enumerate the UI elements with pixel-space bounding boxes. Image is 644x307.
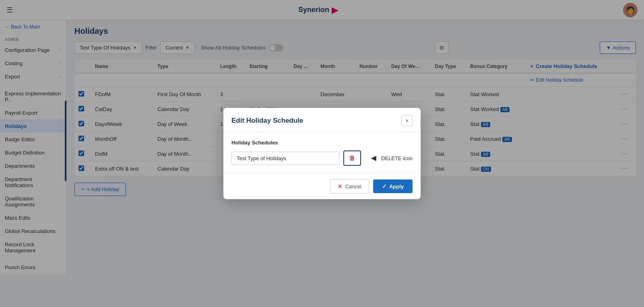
modal-close-button[interactable]: ×: [401, 115, 413, 126]
arrow-left-icon: ◄: [369, 153, 378, 163]
apply-button[interactable]: ✓ Apply: [373, 179, 413, 193]
trash-icon: 🗑: [349, 155, 355, 162]
delete-holiday-button[interactable]: 🗑: [343, 150, 361, 166]
holiday-name-input[interactable]: [231, 152, 339, 165]
check-icon: ✓: [382, 183, 387, 190]
modal-overlay: Edit Holiday Schedule × Holiday Schedule…: [0, 0, 644, 307]
edit-holiday-schedule-modal: Edit Holiday Schedule × Holiday Schedule…: [223, 108, 421, 199]
cancel-label: Cancel: [345, 183, 361, 190]
modal-body: Holiday Schedules 🗑 ◄ DELETE icon: [223, 132, 421, 173]
delete-annotation: ◄ DELETE icon: [369, 153, 413, 163]
x-icon: ✕: [338, 183, 343, 190]
cancel-button[interactable]: ✕ Cancel: [330, 179, 369, 194]
modal-header: Edit Holiday Schedule ×: [223, 108, 421, 132]
delete-annotation-text: DELETE icon: [381, 155, 413, 161]
modal-title: Edit Holiday Schedule: [231, 117, 303, 125]
apply-label: Apply: [389, 183, 404, 190]
modal-footer: ✕ Cancel ✓ Apply: [223, 173, 421, 199]
holiday-schedules-label: Holiday Schedules: [231, 140, 413, 146]
